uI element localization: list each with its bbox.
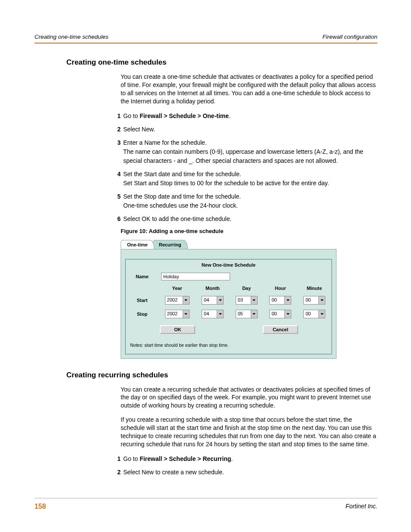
svg-marker-2 (252, 299, 255, 301)
cancel-button[interactable]: Cancel (263, 325, 298, 334)
step-text: Select OK to add the one-time schedule. (123, 215, 377, 224)
step-4: 4 Set the Start date and time for the sc… (107, 170, 377, 188)
chevron-down-icon (284, 296, 291, 304)
form-notes: Notes: start time should be earlier than… (126, 338, 331, 354)
step-6: 6 Select OK to add the one-time schedule… (107, 215, 377, 224)
svg-marker-5 (184, 313, 187, 315)
section-title-one-time: Creating one-time schedules (66, 58, 377, 67)
page-footer: 158 Fortinet Inc. (34, 498, 377, 510)
step-text: Go to (123, 455, 140, 462)
step-text: Set the Start date and time for the sche… (123, 170, 377, 179)
intro-recurring-1: You can create a recurring schedule that… (121, 386, 377, 410)
start-hour-select[interactable]: 00 (269, 296, 291, 305)
step-text: Select New to create a new schedule. (123, 468, 377, 477)
page-number: 158 (34, 503, 46, 510)
step-number: 6 (107, 215, 121, 224)
step-number: 1 (107, 454, 121, 464)
col-year: Year (159, 283, 196, 293)
intro-one-time: You can create a one-time schedule that … (121, 73, 377, 106)
svg-marker-9 (321, 313, 324, 315)
stop-hour-select[interactable]: 00 (269, 310, 291, 318)
form-title: New One-time Schedule (126, 260, 331, 270)
chevron-down-icon (183, 296, 189, 304)
step-number: 2 (107, 468, 121, 477)
col-minute: Minute (297, 283, 331, 293)
stop-day-select[interactable]: 05 (236, 310, 258, 318)
tab-one-time[interactable]: One-time (121, 240, 154, 249)
svg-marker-1 (219, 299, 222, 301)
step-text: Go to (123, 112, 140, 119)
header-right: Firewall configuration (322, 34, 377, 40)
header-left: Creating one-time schedules (34, 34, 109, 40)
step-5: 5 Set the Stop date and time for the sch… (107, 192, 377, 210)
svg-marker-7 (252, 313, 255, 315)
stop-year-select[interactable]: 2002 (165, 310, 190, 318)
label-start: Start (126, 293, 159, 307)
chevron-down-icon (284, 310, 291, 318)
step-text: One-time schedules use the 24-hour clock… (123, 201, 377, 210)
vendor-name: Fortinet Inc. (346, 503, 377, 510)
step-1-recurring: 1 Go to Firewall > Schedule > Recurring. (107, 454, 377, 464)
chevron-down-icon (217, 296, 223, 304)
stop-month-select[interactable]: 04 (202, 310, 224, 318)
chevron-down-icon (251, 296, 257, 304)
running-header: Creating one-time schedules Firewall con… (34, 34, 377, 44)
step-2: 2 Select New. (107, 125, 377, 134)
step-3: 3 Enter a Name for the schedule. The nam… (107, 138, 377, 165)
tab-recurring[interactable]: Recurring (153, 240, 188, 249)
step-text: Enter a Name for the schedule. (123, 138, 377, 147)
col-hour: Hour (264, 283, 298, 293)
step-bold-path: Firewall > Schedule > One-time (140, 112, 229, 119)
chevron-down-icon (318, 310, 325, 318)
step-number: 3 (107, 138, 121, 165)
col-month: Month (196, 283, 230, 293)
svg-marker-8 (286, 313, 290, 315)
intro-recurring-2: If you create a recurring schedule with … (121, 416, 377, 448)
label-stop: Stop (126, 307, 159, 321)
start-month-select[interactable]: 04 (202, 296, 224, 305)
step-text: The name can contain numbers (0-9), uppe… (123, 147, 377, 165)
chevron-down-icon (217, 310, 223, 318)
step-number: 2 (107, 125, 121, 134)
figure-caption: Figure 10: Adding a one-time schedule (121, 228, 377, 234)
col-day: Day (230, 283, 264, 293)
step-text: Set the Stop date and time for the sched… (123, 192, 377, 201)
svg-marker-6 (219, 313, 222, 315)
svg-marker-0 (184, 299, 187, 301)
step-text: Set Start and Stop times to 00 for the s… (123, 179, 377, 188)
step-1: 1 Go to Firewall > Schedule > One-time. (107, 112, 377, 121)
start-year-select[interactable]: 2002 (165, 296, 190, 305)
form-panel: New One-time Schedule Name Year Month Da… (121, 249, 336, 359)
chevron-down-icon (318, 296, 325, 304)
svg-marker-4 (321, 299, 324, 301)
step-2-recurring: 2 Select New to create a new schedule. (107, 468, 377, 477)
chevron-down-icon (251, 310, 257, 318)
ok-button[interactable]: OK (160, 325, 195, 334)
name-input[interactable] (161, 273, 230, 280)
chevron-down-icon (183, 310, 189, 318)
figure-one-time-schedule: One-time Recurring New One-time Schedule… (121, 238, 336, 359)
step-number: 1 (107, 112, 121, 121)
label-name: Name (126, 270, 159, 283)
start-minute-select[interactable]: 00 (303, 296, 325, 305)
step-bold-path: Firewall > Schedule > Recurring (140, 455, 231, 462)
section-title-recurring: Creating recurring schedules (66, 371, 377, 380)
step-number: 4 (107, 170, 121, 188)
svg-marker-3 (286, 299, 290, 301)
tab-strip: One-time Recurring (121, 238, 336, 249)
stop-minute-select[interactable]: 00 (303, 310, 325, 318)
step-text: Select New. (123, 125, 377, 134)
step-number: 5 (107, 192, 121, 210)
start-day-select[interactable]: 03 (236, 296, 258, 305)
